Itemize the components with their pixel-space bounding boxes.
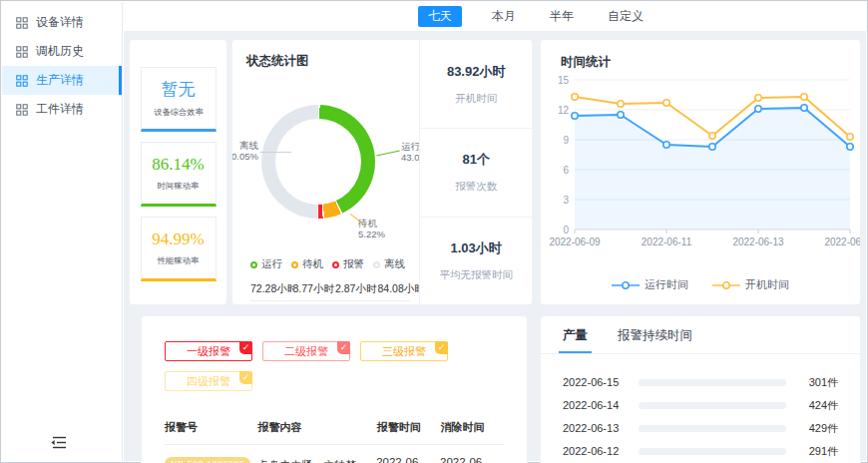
legend-ring-icon [250, 261, 257, 268]
sidebar-collapse-icon[interactable] [50, 435, 70, 451]
kpi-column: 暂无 设备综合效率 86.14% 时间稼动率 94.99% 性能稼动率 [129, 39, 227, 305]
range-tabs: 七天 本月 半年 自定义 [418, 6, 648, 27]
svg-text:2022-06-13: 2022-06-13 [732, 236, 784, 247]
tab-seven-days[interactable]: 七天 [418, 6, 462, 27]
legend-line-marker-icon [712, 280, 740, 290]
status-donut-chart: 状态统计图 离线 50.05% 运行 43.03% 待机 5.22% [232, 40, 420, 304]
divider [250, 300, 410, 301]
svg-text:15: 15 [558, 75, 570, 86]
legend-item-alarm[interactable]: 报警 [332, 257, 373, 271]
svg-text:2022-06-11: 2022-06-11 [642, 236, 692, 247]
alarm-card: 一级报警 ✓ 二级报警 ✓ 三级报警 ✓ 四级报警 ✓ 报警号 [141, 315, 528, 463]
sidebar-item-label: 调机历史 [36, 43, 84, 60]
production-bar-list: 2022-06-15 301件 2022-06-14 424件 2022-06-… [541, 375, 860, 458]
stat-alarm-count: 81个 报警次数 [420, 128, 532, 216]
sidebar-item-label: 设备详情 [36, 14, 84, 31]
callout-idle: 待机 5.22% [358, 218, 402, 239]
svg-text:9: 9 [563, 135, 569, 146]
legend-item-run[interactable]: 运行 [250, 257, 291, 271]
donut-hole [275, 119, 361, 205]
svg-text:2022-06-09: 2022-06-09 [549, 236, 601, 247]
tab-alarm-duration[interactable]: 报警持续时间 [618, 327, 692, 353]
app-frame: 设备详情 调机历史 生产详情 工件详情 [0, 0, 868, 463]
kpi-label: 时间稼动率 [158, 180, 199, 192]
alarm-level-filters: 一级报警 ✓ 二级报警 ✓ 三级报警 ✓ 四级报警 ✓ [165, 341, 480, 391]
stats-column: 83.92小时 开机时间 81个 报警次数 1.03小时 平均无报警时间 [420, 40, 532, 304]
progress-track [639, 379, 786, 386]
time-line-chart: 036912152022-06-092022-06-112022-06-1320… [543, 74, 860, 273]
table-row: NB-520-1000000 卡盘未夹紧，主轴禁转。 2022-06-15 20… [165, 455, 504, 463]
list-item: 2022-06-12 291件 [563, 444, 838, 458]
legend-item-run-time[interactable]: 运行时间 [612, 277, 688, 292]
alarm-table: 报警号 报警内容 报警时间 消除时间 NB-520-1000000 卡盘未夹紧，… [165, 420, 504, 463]
kpi-label: 设备综合效率 [154, 107, 204, 119]
alarm-clear-time: 2022-06-15 [440, 455, 496, 463]
sidebar-item-label: 工件详情 [36, 101, 84, 118]
svg-text:12: 12 [558, 105, 570, 116]
list-item: 2022-06-13 429件 [563, 421, 838, 435]
time-statistics-card: 时间统计 036912152022-06-092022-06-112022-06… [540, 39, 861, 305]
filter-level2-alarm[interactable]: 二级报警 ✓ [262, 341, 350, 361]
main-content: 暂无 设备综合效率 86.14% 时间稼动率 94.99% 性能稼动率 状态统计… [124, 31, 866, 461]
divider [541, 353, 860, 354]
progress-track [639, 402, 786, 409]
kpi-value: 94.99% [152, 230, 204, 249]
legend-item-idle[interactable]: 待机 [291, 257, 332, 271]
sidebar-item-tuning-history[interactable]: 调机历史 [2, 37, 122, 66]
panel-title: 时间统计 [561, 54, 611, 71]
tab-this-month[interactable]: 本月 [488, 6, 520, 27]
kpi-value: 暂无 [162, 78, 196, 101]
topbar: 七天 本月 半年 自定义 [124, 2, 866, 31]
grid-icon [16, 75, 28, 87]
svg-text:2022-06-15: 2022-06-15 [824, 236, 860, 247]
legend-item-offline[interactable]: 离线 [373, 257, 414, 271]
sidebar-item-production-details[interactable]: 生产详情 [2, 66, 122, 95]
grid-icon [16, 17, 28, 29]
check-icon: ✓ [239, 341, 252, 354]
production-tabs: 产量 报警持续时间 [541, 327, 860, 353]
filter-level1-alarm[interactable]: 一级报警 ✓ [165, 341, 252, 361]
kpi-card-oee: 暂无 设备综合效率 [141, 67, 217, 132]
alarm-time: 2022-06-15 [376, 455, 432, 463]
filter-level3-alarm[interactable]: 三级报警 ✓ [360, 341, 448, 361]
production-card: 产量 报警持续时间 2022-06-15 301件 2022-06-14 424… [540, 315, 861, 463]
sidebar-item-device-details[interactable]: 设备详情 [2, 8, 122, 37]
progress-track [639, 425, 786, 432]
donut-legend: 运行 待机 报警 离线 [250, 257, 414, 271]
list-item: 2022-06-14 424件 [563, 398, 838, 412]
tab-output[interactable]: 产量 [563, 327, 588, 353]
svg-text:0: 0 [563, 225, 569, 235]
stat-avg-no-alarm-time: 1.03小时 平均无报警时间 [420, 217, 532, 304]
legend-item-power-time[interactable]: 开机时间 [712, 277, 789, 292]
callout-line [259, 152, 291, 153]
sidebar-item-workpiece-details[interactable]: 工件详情 [2, 95, 122, 124]
grid-icon [16, 46, 28, 58]
alarm-table-header: 报警号 报警内容 报警时间 消除时间 [165, 420, 504, 445]
status-statistics-card: 状态统计图 离线 50.05% 运行 43.03% 待机 5.22% [231, 39, 533, 305]
grid-icon [16, 104, 28, 116]
check-icon: ✓ [435, 341, 448, 354]
list-item: 2022-06-15 301件 [563, 375, 838, 389]
callout-offline: 离线 50.05% [232, 140, 258, 162]
sidebar-item-label: 生产详情 [36, 72, 84, 89]
kpi-card-time-utilization: 86.14% 时间稼动率 [141, 142, 217, 207]
alarm-number-badge: NB-520-1000000 [165, 457, 250, 463]
tab-custom[interactable]: 自定义 [604, 6, 648, 27]
check-icon: ✓ [337, 341, 350, 354]
svg-text:3: 3 [563, 195, 569, 206]
tab-half-year[interactable]: 半年 [546, 6, 578, 27]
svg-text:6: 6 [563, 165, 569, 176]
panel-title: 状态统计图 [246, 53, 309, 70]
filter-level4-alarm[interactable]: 四级报警 ✓ [165, 371, 252, 391]
kpi-label: 性能稼动率 [158, 254, 199, 266]
sidebar: 设备详情 调机历史 生产详情 工件详情 [2, 2, 123, 461]
legend-ring-icon [291, 261, 298, 268]
stat-power-on-time: 83.92小时 开机时间 [420, 40, 532, 128]
kpi-value: 86.14% [152, 155, 204, 175]
line-chart-legend: 运行时间 开机时间 [541, 277, 860, 292]
check-icon: ✓ [239, 371, 252, 384]
callout-run: 运行 43.03% [401, 141, 420, 163]
legend-ring-icon [332, 261, 339, 268]
legend-ring-icon [373, 261, 380, 268]
progress-track [639, 448, 786, 455]
